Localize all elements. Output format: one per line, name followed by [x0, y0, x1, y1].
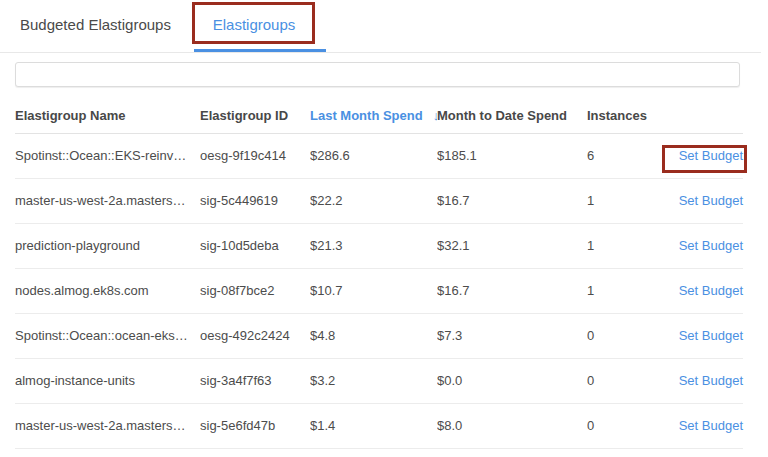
- elastigroup-id-cell: sig-08f7bce2: [200, 268, 310, 313]
- column-header-actions: [673, 98, 743, 133]
- instances-cell: 0: [587, 313, 673, 358]
- month-to-date-spend-cell: $8.0: [437, 403, 587, 448]
- action-cell: Set Budget: [673, 358, 743, 403]
- month-to-date-spend-cell: $32.1: [437, 223, 587, 268]
- column-header-instances[interactable]: Instances: [587, 98, 673, 133]
- column-header-month-to-date-spend[interactable]: Month to Date Spend: [437, 98, 587, 133]
- last-month-spend-cell: $4.8: [310, 313, 437, 358]
- month-to-date-spend-cell: $7.3: [437, 313, 587, 358]
- active-tab-indicator: [194, 49, 326, 52]
- month-to-date-spend-cell: $16.7: [437, 178, 587, 223]
- action-cell: Set Budget: [673, 133, 743, 178]
- last-month-spend-cell: $286.6: [310, 133, 437, 178]
- table-row: master-us-west-2a.masters… sig-5e6fd47b …: [15, 403, 743, 448]
- instances-cell: 1: [587, 178, 673, 223]
- month-to-date-spend-cell: $0.0: [437, 358, 587, 403]
- instances-cell: 1: [587, 268, 673, 313]
- action-cell: Set Budget: [673, 313, 743, 358]
- last-month-spend-cell: $22.2: [310, 178, 437, 223]
- month-to-date-spend-cell: $16.7: [437, 268, 587, 313]
- last-month-spend-cell: $3.2: [310, 358, 437, 403]
- column-header-elastigroup-id[interactable]: Elastigroup ID: [200, 98, 310, 133]
- action-cell: Set Budget: [673, 223, 743, 268]
- elastigroup-table: Elastigroup Name Elastigroup ID Last Mon…: [15, 98, 743, 449]
- table-row: Spotinst::Ocean::ocean-eks… oesg-492c242…: [15, 313, 743, 358]
- tab-elastigroups[interactable]: Elastigroups: [193, 14, 315, 36]
- set-budget-link[interactable]: Set Budget: [679, 328, 743, 343]
- set-budget-link[interactable]: Set Budget: [679, 148, 743, 163]
- last-month-spend-cell: $21.3: [310, 223, 437, 268]
- set-budget-link[interactable]: Set Budget: [679, 283, 743, 298]
- table-header-row: Elastigroup Name Elastigroup ID Last Mon…: [15, 98, 743, 133]
- elastigroup-id-cell: oesg-9f19c414: [200, 133, 310, 178]
- elastigroup-name-cell: prediction-playground: [15, 223, 200, 268]
- elastigroup-name-cell: master-us-west-2a.masters…: [15, 178, 200, 223]
- elastigroup-id-cell: sig-5e6fd47b: [200, 403, 310, 448]
- action-cell: Set Budget: [673, 403, 743, 448]
- action-cell: Set Budget: [673, 178, 743, 223]
- table-row: nodes.almog.ek8s.com sig-08f7bce2 $10.7 …: [15, 268, 743, 313]
- set-budget-link[interactable]: Set Budget: [679, 373, 743, 388]
- action-cell: Set Budget: [673, 268, 743, 313]
- tab-budgeted-elastigroups[interactable]: Budgeted Elastigroups: [20, 14, 171, 36]
- elastigroup-id-cell: sig-10d5deba: [200, 223, 310, 268]
- elastigroup-id-cell: oesg-492c2424: [200, 313, 310, 358]
- instances-cell: 1: [587, 223, 673, 268]
- last-month-spend-cell: $10.7: [310, 268, 437, 313]
- table-row: Spotinst::Ocean::EKS-reinv… oesg-9f19c41…: [15, 133, 743, 178]
- set-budget-link[interactable]: Set Budget: [679, 238, 743, 253]
- elastigroup-id-cell: sig-3a4f7f63: [200, 358, 310, 403]
- elastigroup-name-cell: Spotinst::Ocean::EKS-reinv…: [15, 133, 200, 178]
- table-row: almog-instance-units sig-3a4f7f63 $3.2 $…: [15, 358, 743, 403]
- filter-input[interactable]: [15, 62, 740, 87]
- tabbar-divider: [0, 52, 761, 53]
- elastigroup-id-cell: sig-5c449619: [200, 178, 310, 223]
- table-row: prediction-playground sig-10d5deba $21.3…: [15, 223, 743, 268]
- elastigroup-budget-page: Budgeted Elastigroups Elastigroups Elast…: [0, 0, 768, 457]
- column-header-elastigroup-name[interactable]: Elastigroup Name: [15, 98, 200, 133]
- set-budget-link[interactable]: Set Budget: [679, 193, 743, 208]
- elastigroup-name-cell: nodes.almog.ek8s.com: [15, 268, 200, 313]
- set-budget-link[interactable]: Set Budget: [679, 418, 743, 433]
- elastigroup-name-cell: master-us-west-2a.masters…: [15, 403, 200, 448]
- instances-cell: 6: [587, 133, 673, 178]
- table-row: master-us-west-2a.masters… sig-5c449619 …: [15, 178, 743, 223]
- column-header-last-month-spend-label: Last Month Spend: [310, 108, 423, 123]
- last-month-spend-cell: $1.4: [310, 403, 437, 448]
- elastigroup-name-cell: almog-instance-units: [15, 358, 200, 403]
- elastigroup-name-cell: Spotinst::Ocean::ocean-eks…: [15, 313, 200, 358]
- instances-cell: 0: [587, 403, 673, 448]
- instances-cell: 0: [587, 358, 673, 403]
- column-header-last-month-spend[interactable]: Last Month Spend↓: [310, 98, 437, 133]
- month-to-date-spend-cell: $185.1: [437, 133, 587, 178]
